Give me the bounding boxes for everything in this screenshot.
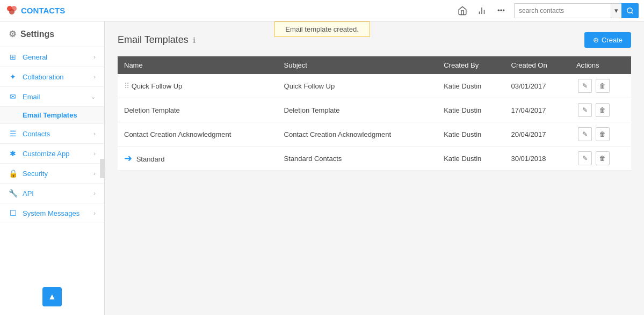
table-header-row: Name Subject Created By Created On Actio… [118, 56, 631, 74]
sidebar-item-contacts[interactable]: ☰ Contacts › [0, 124, 104, 144]
create-button[interactable]: ⊕ Create [584, 32, 631, 48]
sidebar-title-label: Settings [20, 30, 54, 39]
settings-gear-icon: ⚙ [9, 29, 16, 39]
sidebar-item-system-label: System Messages [23, 209, 79, 217]
search-dropdown-button[interactable]: ▾ [611, 3, 621, 18]
sidebar-item-collaboration-label: Collaboration [23, 73, 64, 81]
sidebar-item-security-inner: 🔒 Security [9, 169, 48, 178]
row1-name: Quick Follow Up [132, 82, 183, 90]
col-actions: Actions [570, 56, 631, 74]
row1-created-by: Katie Dustin [437, 74, 504, 98]
col-created-by: Created By [437, 56, 504, 74]
sidebar-item-email[interactable]: ✉ Email ⌄ [0, 87, 104, 107]
more-button[interactable]: ••• [493, 2, 510, 19]
svg-point-6 [627, 8, 632, 12]
reports-button[interactable] [473, 2, 490, 19]
col-created-on: Created On [505, 56, 570, 74]
page-title: Email Templates ℹ [118, 34, 196, 46]
row4-delete-button[interactable]: 🗑 [596, 151, 610, 165]
sidebar-bottom: ▲ [0, 279, 104, 315]
page-title-text: Email Templates [118, 34, 189, 46]
sidebar-item-general-label: General [23, 53, 47, 61]
sidebar-collapse-button[interactable]: ‹ [100, 159, 105, 178]
search-submit-button[interactable] [621, 3, 639, 18]
sidebar-item-email-inner: ✉ Email [9, 92, 40, 101]
sidebar-item-customize-label: Customize App [23, 150, 69, 158]
system-messages-icon: ☐ [9, 209, 17, 217]
collaboration-icon: ✦ [9, 72, 17, 81]
row4-name-cell: ➜ Standard [118, 146, 278, 171]
row3-name-cell: Contact Creation Acknowledgment [118, 122, 278, 146]
row4-subject: Standard Contacts [278, 146, 438, 171]
create-btn-label: Create [602, 36, 623, 44]
search-icon [626, 7, 634, 14]
row3-edit-button[interactable]: ✎ [578, 127, 592, 141]
customize-arrow-icon: › [93, 150, 96, 157]
security-icon: 🔒 [9, 169, 17, 178]
sidebar-item-general-inner: ⊞ General [9, 53, 47, 61]
row2-subject: Deletion Template [278, 98, 438, 122]
app-logo[interactable]: CONTACTS [5, 4, 65, 17]
app-name: CONTACTS [21, 6, 65, 15]
drag-handle-icon[interactable]: ⠿ [124, 82, 129, 90]
row4-created-by: Katie Dustin [437, 146, 504, 171]
row4-created-on: 30/01/2018 [505, 146, 570, 171]
row2-created-by: Katie Dustin [437, 98, 504, 122]
row3-name: Contact Creation Acknowledgment [124, 130, 231, 138]
table-body: ⠿ Quick Follow Up Quick Follow Up Katie … [118, 74, 631, 171]
row3-created-by: Katie Dustin [437, 122, 504, 146]
sidebar-item-system-messages[interactable]: ☐ System Messages › [0, 203, 104, 223]
email-templates-table: Name Subject Created By Created On Actio… [118, 56, 631, 171]
row1-subject: Quick Follow Up [278, 74, 438, 98]
row4-actions: ✎ 🗑 [570, 146, 631, 171]
sidebar-item-security[interactable]: 🔒 Security › [0, 164, 104, 184]
sidebar-item-general[interactable]: ⊞ General › [0, 47, 104, 67]
nav-icons: ••• [454, 2, 510, 19]
customize-icon: ✱ [9, 149, 17, 158]
svg-line-7 [632, 12, 633, 13]
bar-chart-icon [477, 6, 487, 16]
sidebar-item-collaboration-inner: ✦ Collaboration [9, 72, 64, 81]
sidebar: ⚙ Settings ⊞ General › ✦ Collaboration ›… [0, 21, 105, 315]
sidebar-item-customize-app[interactable]: ✱ Customize App › [0, 144, 104, 164]
search-input[interactable] [514, 3, 611, 18]
home-button[interactable] [454, 2, 471, 19]
general-arrow-icon: › [93, 54, 96, 60]
row1-delete-button[interactable]: 🗑 [596, 79, 610, 93]
sidebar-item-system-inner: ☐ System Messages [9, 209, 79, 217]
page-header: Email Templates ℹ ⊕ Create [118, 32, 631, 48]
sidebar-sub-email: Email Templates [0, 107, 104, 124]
sidebar-item-api-label: API [23, 189, 34, 197]
row2-name-cell: Deletion Template [118, 98, 278, 122]
row1-actions: ✎ 🗑 [570, 74, 631, 98]
contacts-arrow-icon: › [93, 130, 96, 137]
top-nav: CONTACTS ••• ▾ [0, 0, 644, 21]
row2-delete-button[interactable]: 🗑 [596, 103, 610, 117]
content-inner: Email Templates ℹ ⊕ Create Name Subject … [105, 21, 644, 181]
sidebar-title: ⚙ Settings [0, 21, 104, 47]
row2-created-on: 17/04/2017 [505, 98, 570, 122]
row1-edit-button[interactable]: ✎ [578, 79, 592, 93]
general-icon: ⊞ [9, 53, 17, 61]
api-icon: 🔧 [9, 189, 17, 197]
main-content: Email Templates ℹ ⊕ Create Name Subject … [105, 21, 644, 315]
scroll-top-button[interactable]: ▲ [42, 287, 62, 306]
col-name: Name [118, 56, 278, 74]
sidebar-sub-item-email-templates[interactable]: Email Templates [0, 107, 104, 124]
row3-delete-button[interactable]: 🗑 [596, 127, 610, 141]
row4-edit-button[interactable]: ✎ [578, 151, 592, 165]
row3-actions: ✎ 🗑 [570, 122, 631, 146]
app-logo-icon [5, 4, 18, 17]
row2-edit-button[interactable]: ✎ [578, 103, 592, 117]
row3-created-on: 20/04/2017 [505, 122, 570, 146]
sidebar-item-api-inner: 🔧 API [9, 189, 34, 197]
sidebar-item-api[interactable]: 🔧 API › [0, 184, 104, 203]
collaboration-arrow-icon: › [93, 74, 96, 80]
row4-name: Standard [136, 155, 165, 163]
col-subject: Subject [278, 56, 438, 74]
email-icon: ✉ [9, 92, 17, 101]
row1-name-cell: ⠿ Quick Follow Up [118, 74, 278, 98]
table-row: ➜ Standard Standard Contacts Katie Dusti… [118, 146, 631, 171]
sidebar-item-collaboration[interactable]: ✦ Collaboration › [0, 67, 104, 87]
table-row: ⠿ Quick Follow Up Quick Follow Up Katie … [118, 74, 631, 98]
